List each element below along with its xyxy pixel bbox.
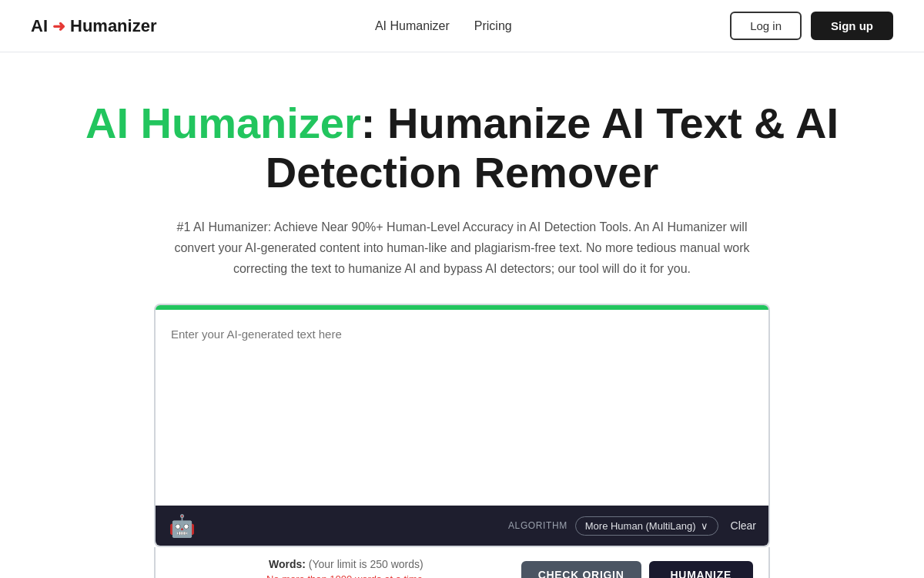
words-label: Words: (269, 558, 306, 570)
login-button[interactable]: Log in (730, 12, 802, 40)
words-note: No more than 1000 words at a time. (171, 573, 521, 578)
hero-title: AI Humanizer: Humanize AI Text & AI Dete… (31, 99, 893, 198)
header: AI ➜ Humanizer AI Humanizer Pricing Log … (0, 0, 924, 52)
action-buttons: CHECK ORIGIN HUMANIZE (521, 561, 753, 578)
words-info: Words: (Your limit is 250 words) No more… (171, 558, 521, 578)
text-input[interactable] (156, 310, 768, 502)
editor-container: 🤖 ALGORITHM More Human (MultiLang) ∨ Cle… (154, 304, 770, 547)
bot-emoji-icon: 🤖 (169, 513, 196, 539)
algorithm-label: ALGORITHM (508, 520, 567, 531)
logo-humanizer-text: Humanizer (70, 16, 156, 36)
nav-link-ai-humanizer[interactable]: AI Humanizer (375, 19, 450, 33)
logo-ai-text: AI (31, 16, 48, 36)
chevron-down-icon: ∨ (701, 520, 708, 532)
nav-actions: Log in Sign up (730, 12, 893, 40)
algorithm-section: ALGORITHM More Human (MultiLang) ∨ (508, 516, 718, 536)
editor-footer: Words: (Your limit is 250 words) No more… (154, 547, 770, 578)
logo[interactable]: AI ➜ Humanizer (31, 16, 156, 36)
nav-link-pricing[interactable]: Pricing (474, 19, 512, 33)
logo-arrow-icon: ➜ (52, 17, 65, 35)
words-line: Words: (Your limit is 250 words) (171, 558, 521, 570)
clear-button[interactable]: Clear (731, 519, 756, 532)
humanize-button[interactable]: HUMANIZE (649, 561, 753, 578)
algorithm-selector-button[interactable]: More Human (MultiLang) ∨ (575, 516, 718, 536)
signup-button[interactable]: Sign up (811, 12, 893, 40)
hero-subtitle: #1 AI Humanizer: Achieve Near 90%+ Human… (158, 217, 766, 280)
main-nav: AI Humanizer Pricing (375, 19, 512, 33)
hero-title-green: AI Humanizer (85, 99, 361, 147)
algorithm-value: More Human (MultiLang) (585, 520, 696, 532)
editor-bottom-bar: 🤖 ALGORITHM More Human (MultiLang) ∨ Cle… (156, 506, 768, 546)
bot-icon-container: 🤖 (168, 512, 196, 539)
words-limit: (Your limit is 250 words) (309, 558, 424, 570)
check-origin-button[interactable]: CHECK ORIGIN (521, 561, 641, 578)
hero-section: AI Humanizer: Humanize AI Text & AI Dete… (0, 52, 924, 578)
